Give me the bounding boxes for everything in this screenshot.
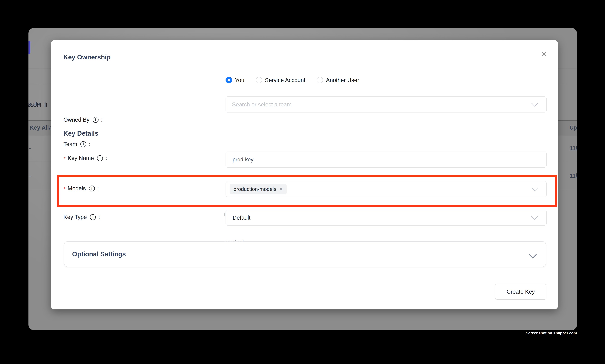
ownership-radio-group: YouService AccountAnother User (226, 76, 359, 85)
key-type-label-text: Key Type (64, 214, 87, 220)
key-type-value: Default (226, 215, 250, 221)
radio-unselected-icon[interactable] (256, 77, 262, 83)
table-cell-updated: 11/ (570, 172, 577, 179)
chevron-down-icon (531, 100, 538, 107)
chevron-down-icon (529, 251, 537, 259)
label-colon: : (101, 117, 103, 123)
info-icon: i (80, 141, 86, 147)
key-name-label-text: Key Name (68, 155, 94, 161)
table-cell-alias: - (29, 145, 31, 151)
info-icon: i (97, 155, 103, 161)
team-label: Team i : (64, 141, 90, 147)
key-details-title: Key Details (64, 130, 98, 137)
team-select[interactable]: Search or select a team (226, 96, 547, 113)
owned-by-label-text: Owned By (64, 117, 90, 123)
column-header-updated: Up (570, 125, 577, 131)
info-icon: i (93, 117, 99, 123)
column-header-key-alias: Key Alia (30, 125, 52, 131)
results-count-fragment: sults (28, 101, 40, 108)
info-icon: i (90, 214, 96, 220)
create-key-button[interactable]: Create Key (495, 284, 546, 299)
partial-primary-button[interactable] (28, 41, 30, 54)
label-colon: : (89, 141, 90, 147)
radio-option-label: Service Account (265, 77, 306, 83)
screen: eset Filt sults Key Alia Up - 11/ - 11/ … (0, 0, 605, 364)
chevron-down-icon (531, 213, 538, 220)
team-select-placeholder: Search or select a team (226, 101, 292, 108)
key-name-input[interactable] (226, 152, 546, 167)
key-name-field (226, 152, 547, 168)
table-cell-alias: - (29, 172, 31, 179)
key-type-select[interactable]: Default (226, 210, 547, 226)
radio-selected-icon[interactable] (226, 77, 232, 83)
radio-unselected-icon[interactable] (317, 77, 323, 83)
key-name-label: * Key Name i : (64, 155, 107, 161)
radio-option-another-user[interactable]: Another User (317, 77, 359, 83)
radio-option-label: You (235, 77, 245, 83)
radio-option-you[interactable]: You (226, 77, 245, 83)
optional-settings-toggle[interactable]: Optional Settings (64, 241, 546, 267)
optional-settings-title: Optional Settings (72, 250, 126, 258)
watermark: Screenshot by Xnapper.com (526, 331, 577, 335)
radio-option-label: Another User (326, 77, 359, 83)
owned-by-label: Owned By i : (64, 117, 103, 123)
required-asterisk: * (64, 156, 66, 162)
annotation-highlight-box (57, 175, 557, 207)
key-type-label: Key Type i : (64, 214, 100, 220)
label-colon: : (105, 155, 107, 161)
modal-title: Key Ownership (64, 53, 111, 61)
create-key-modal: Key Ownership ✕ Owned By i : YouService … (51, 40, 558, 310)
team-label-text: Team (64, 141, 77, 147)
close-icon[interactable]: ✕ (539, 49, 549, 59)
radio-option-service-account[interactable]: Service Account (256, 77, 306, 83)
table-cell-updated: 11/ (570, 145, 577, 151)
label-colon: : (98, 214, 100, 220)
